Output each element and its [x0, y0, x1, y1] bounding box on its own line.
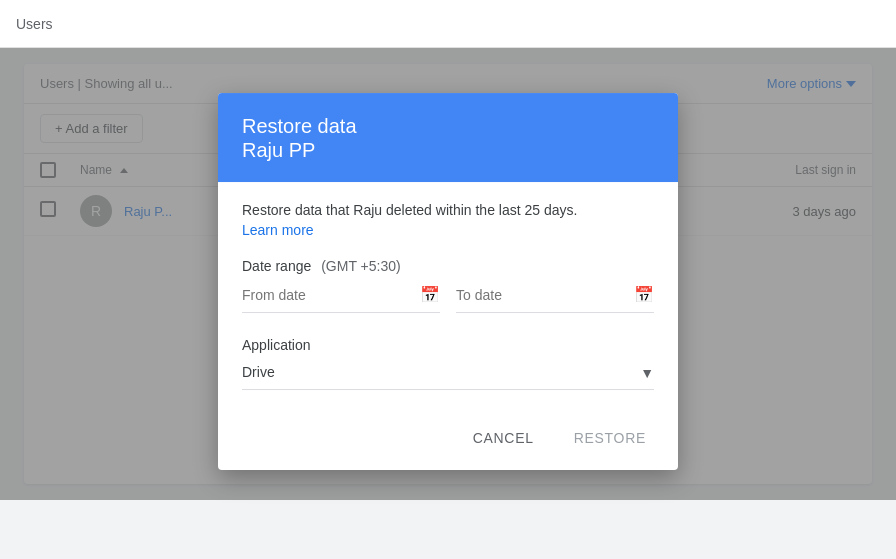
application-select[interactable]: Drive Gmail Google Sites [242, 364, 654, 380]
restore-data-modal: Restore data Raju PP Restore data that R… [218, 93, 678, 470]
from-date-input[interactable] [242, 287, 440, 303]
date-range-row: 📅 📅 [242, 286, 654, 313]
cancel-button[interactable]: CANCEL [457, 422, 550, 454]
learn-more-link[interactable]: Learn more [242, 222, 654, 238]
main-area: Users | Showing all u... More options + … [0, 48, 896, 500]
modal-subtitle: Raju PP [242, 139, 654, 162]
to-date-wrapper: 📅 [456, 286, 654, 313]
modal-footer: CANCEL RESTORE [218, 410, 678, 470]
date-range-label: Date range (GMT +5:30) [242, 258, 654, 274]
modal-body: Restore data that Raju deleted within th… [218, 182, 678, 410]
dropdown-arrow-icon: ▼ [640, 365, 654, 381]
modal-title: Restore data [242, 113, 654, 139]
top-bar: Users [0, 0, 896, 48]
date-range-text: Date range [242, 258, 311, 274]
restore-button[interactable]: RESTORE [558, 422, 662, 454]
application-select-wrapper: Drive Gmail Google Sites ▼ [242, 363, 654, 390]
to-calendar-icon[interactable]: 📅 [634, 285, 654, 304]
from-calendar-icon[interactable]: 📅 [420, 285, 440, 304]
application-label: Application [242, 337, 654, 353]
from-date-wrapper: 📅 [242, 286, 440, 313]
top-bar-title: Users [16, 16, 53, 32]
modal-description: Restore data that Raju deleted within th… [242, 202, 654, 218]
modal-header: Restore data Raju PP [218, 93, 678, 182]
to-date-input[interactable] [456, 287, 654, 303]
timezone-text: (GMT +5:30) [321, 258, 401, 274]
